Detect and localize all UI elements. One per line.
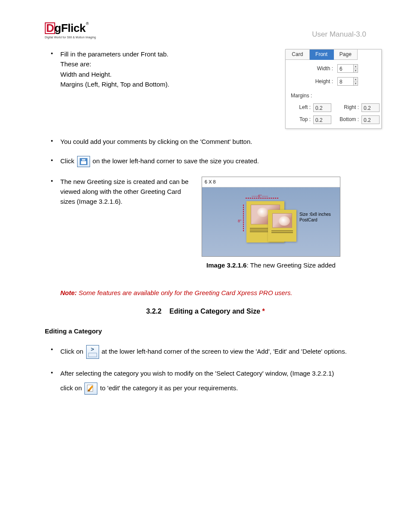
body-text: Click on bbox=[60, 348, 85, 355]
margin-left-label: Left : bbox=[291, 103, 311, 112]
body-text: These are: bbox=[60, 59, 277, 69]
brand-logo: DgFlick® Digital World for Still & Motio… bbox=[45, 22, 96, 39]
preview-size-info: Size :6x8 inches PostCard bbox=[299, 212, 336, 223]
margin-right-label: Right : bbox=[334, 103, 359, 112]
margin-top-label: Top : bbox=[291, 115, 311, 124]
bullet-save: Click on the lower left-hand corner to s… bbox=[45, 156, 366, 167]
caption-text: : The new Greeting Size added bbox=[246, 261, 336, 269]
logo-tagline: Digital World for Still & Motion Imaging bbox=[45, 36, 96, 39]
note-text: Some features are available only for the… bbox=[77, 289, 292, 296]
section-heading: 3.2.2 Editing a Category and Size * bbox=[45, 308, 366, 315]
tab-page[interactable]: Page bbox=[334, 50, 358, 60]
body-text: click on bbox=[60, 384, 84, 392]
tab-front[interactable]: Front bbox=[310, 50, 334, 60]
body-text: on the lower left-hand corner to save th… bbox=[93, 157, 259, 165]
save-icon[interactable] bbox=[77, 156, 90, 167]
caption-bold: Image 3.2.1.6 bbox=[206, 261, 246, 269]
preview-cards: -----6"----- 8" bbox=[243, 197, 299, 247]
page-header: DgFlick® Digital World for Still & Motio… bbox=[45, 22, 366, 39]
margin-left-input[interactable]: 0.2 bbox=[313, 103, 331, 112]
body-text: Click bbox=[60, 157, 75, 165]
margin-top-input[interactable]: 0.2 bbox=[313, 115, 331, 124]
asterisk-icon: * bbox=[262, 308, 265, 315]
options-chevron-icon[interactable] bbox=[86, 345, 99, 359]
preview-card-back bbox=[268, 210, 296, 242]
width-label: Width : bbox=[309, 65, 333, 73]
section-title: Editing a Category and Size bbox=[169, 308, 262, 315]
size-dialog: Card Front Page Width : 6 ▲▼ Height : 8 bbox=[285, 49, 382, 129]
greeting-preview-panel: 6 X 8 -----6"----- 8" bbox=[202, 177, 340, 257]
body-text: After selecting the category you wish to… bbox=[60, 368, 366, 378]
bullet-edit-category: After selecting the category you wish to… bbox=[45, 368, 366, 395]
margin-right-input[interactable]: 0.2 bbox=[361, 103, 380, 112]
edit-icon[interactable] bbox=[84, 383, 97, 395]
guide-height-label: 8" bbox=[238, 218, 241, 224]
body-text: Size :6x8 inches bbox=[299, 212, 336, 217]
body-text: PostCard bbox=[299, 217, 336, 223]
bullet-click-chevron: Click on at the lower left-hand corner o… bbox=[45, 345, 366, 359]
section-number: 3.2.2 bbox=[146, 308, 162, 315]
body-text: Fill in the parameters under Front tab. bbox=[60, 49, 277, 59]
width-input[interactable]: 6 bbox=[337, 64, 354, 73]
height-input[interactable]: 8 bbox=[337, 77, 354, 86]
bullet-comment: You could add your comments by clicking … bbox=[45, 137, 366, 146]
note-label: Note: bbox=[60, 289, 77, 296]
tab-blank bbox=[358, 50, 381, 60]
margin-bottom-label: Bottom : bbox=[334, 115, 359, 124]
preview-title: 6 X 8 bbox=[202, 177, 340, 187]
height-label: Height : bbox=[309, 78, 333, 86]
body-text: to 'edit' the category it as per your re… bbox=[100, 384, 238, 392]
image-caption: Image 3.2.1.6: The new Greeting Size add… bbox=[202, 260, 340, 270]
width-spinner[interactable]: ▲▼ bbox=[354, 64, 358, 73]
body-text: at the lower left-hand corner of the scr… bbox=[102, 348, 347, 355]
margin-bottom-input[interactable]: 0.2 bbox=[361, 115, 380, 124]
document-title: User Manual-3.0 bbox=[312, 30, 366, 39]
margins-label: Margins : bbox=[286, 92, 381, 100]
subsection-heading: Editing a Category bbox=[45, 327, 366, 335]
guide-width-label: -----6"----- bbox=[252, 193, 268, 199]
tab-card[interactable]: Card bbox=[286, 50, 310, 60]
logo-text: DgFlick® bbox=[45, 22, 89, 35]
body-text: Margins (Left, Right, Top and Bottom). bbox=[60, 79, 277, 89]
bullet-new-greeting: The new Greeting size is created and can… bbox=[60, 177, 194, 207]
note-pro-users: Note: Some features are available only f… bbox=[60, 289, 366, 296]
body-text: Width and Height. bbox=[60, 69, 277, 79]
bullet-fill-parameters: Fill in the parameters under Front tab. … bbox=[60, 49, 277, 89]
height-spinner[interactable]: ▲▼ bbox=[354, 77, 358, 86]
